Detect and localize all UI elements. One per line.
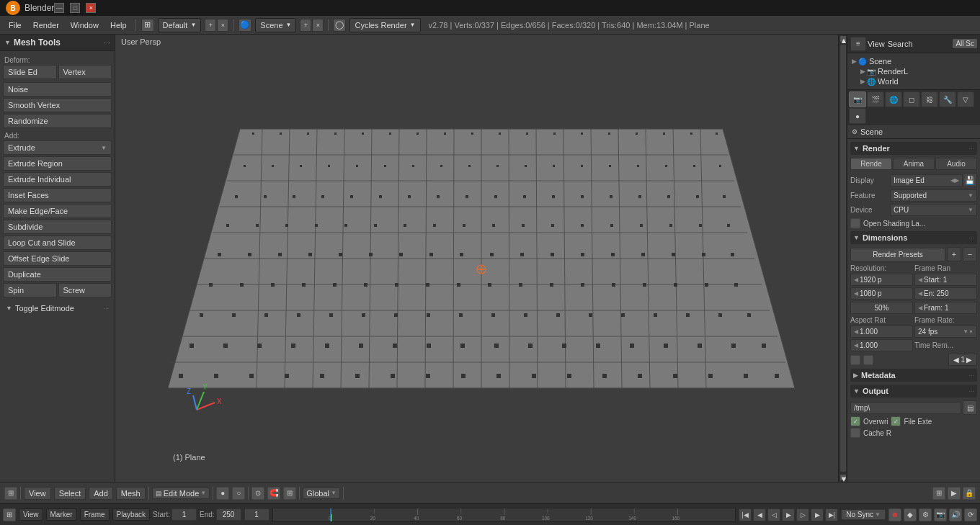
- res-x-cell[interactable]: ◀ 1920 p: [850, 274, 913, 286]
- tl-sync-btn[interactable]: ⟳: [964, 508, 977, 521]
- output-path-input[interactable]: [850, 402, 961, 414]
- tl-key-btn[interactable]: ◆: [904, 508, 917, 521]
- overwrite-cb[interactable]: ✓: [850, 416, 860, 426]
- tl-frame-btn[interactable]: Frame: [80, 508, 110, 521]
- cb2[interactable]: [863, 355, 873, 365]
- noise-btn[interactable]: Noise: [3, 82, 112, 97]
- panel-options[interactable]: ···: [104, 38, 110, 47]
- slide-edge-btn[interactable]: Slide Ed: [3, 65, 57, 79]
- presets-remove-btn[interactable]: −: [963, 247, 977, 261]
- aspect-x-cell[interactable]: ◀ 1.000: [850, 326, 913, 338]
- mode-dropdown[interactable]: ▤ Edit Mode ▼: [152, 488, 210, 499]
- make-edge-face-btn[interactable]: Make Edge/Face: [3, 204, 112, 218]
- workspace-add[interactable]: +: [205, 19, 216, 32]
- tl-spk-btn[interactable]: 🔊: [949, 508, 962, 521]
- scene-lock-icon[interactable]: 🔒: [963, 487, 976, 500]
- display-value[interactable]: Image Ed ◀▶: [890, 174, 963, 187]
- timeline-header-icon[interactable]: ⊞: [3, 508, 16, 521]
- tl-settings-btn[interactable]: ⚙: [919, 508, 932, 521]
- tl-view-btn[interactable]: View: [19, 508, 43, 521]
- loop-cut-btn[interactable]: Loop Cut and Slide: [3, 235, 112, 250]
- renderer-icon[interactable]: ◯: [333, 19, 346, 32]
- record-btn[interactable]: ⏺: [888, 508, 901, 521]
- presets-add-btn[interactable]: +: [947, 247, 961, 261]
- prop-tab-constraints[interactable]: ⛓: [921, 91, 938, 107]
- shading-wireframe-icon[interactable]: ○: [232, 487, 245, 500]
- output-path-btn[interactable]: ▤: [963, 400, 977, 415]
- panel-collapse-arrow[interactable]: ▼: [4, 39, 11, 46]
- offset-edge-btn[interactable]: Offset Edge Slide: [3, 251, 112, 266]
- open-shading-checkbox[interactable]: [850, 218, 860, 228]
- menu-window[interactable]: Window: [65, 19, 104, 31]
- workspace-dropdown[interactable]: Default ▼: [158, 18, 202, 32]
- spin-btn[interactable]: Spin: [3, 283, 57, 297]
- proportional-edit-icon[interactable]: ⊙: [251, 487, 264, 500]
- play-btn[interactable]: ▶: [782, 508, 795, 521]
- viewport[interactable]: User Persp ▲ ▼: [115, 35, 847, 482]
- next-keyframe-btn[interactable]: ▷: [796, 508, 809, 521]
- output-section-header[interactable]: ▼ Output ···: [850, 385, 977, 398]
- jump-start-btn[interactable]: |◀: [739, 508, 752, 521]
- no-sync-dropdown[interactable]: No Sync ▼: [841, 509, 886, 520]
- tl-cam-btn[interactable]: 📷: [934, 508, 947, 521]
- outliner-world[interactable]: ▶ 🌐 World: [850, 76, 977, 86]
- scene-dropdown[interactable]: Scene ▼: [255, 18, 296, 32]
- workspace-remove[interactable]: ×: [217, 19, 228, 32]
- rp-view-icon[interactable]: ≡: [850, 37, 866, 51]
- render-tab-audio[interactable]: Audio: [935, 158, 977, 170]
- aspect-y-cell[interactable]: ◀ 1.000: [850, 339, 913, 351]
- inset-faces-btn[interactable]: Inset Faces: [3, 188, 112, 202]
- dimensions-section-header[interactable]: ▼ Dimensions ···: [850, 231, 977, 244]
- maximize-btn[interactable]: □: [70, 3, 80, 13]
- cb1[interactable]: [850, 355, 860, 365]
- vertex-btn[interactable]: Vertex: [58, 65, 112, 79]
- res-y-cell[interactable]: ◀ 1080 p: [850, 287, 913, 300]
- randomize-btn[interactable]: Randomize: [3, 114, 112, 128]
- menu-render[interactable]: Render: [27, 19, 65, 31]
- cache-cb[interactable]: [850, 428, 860, 438]
- workspace-icon[interactable]: ⊞: [141, 19, 154, 32]
- end-cell[interactable]: ◀ En: 250: [914, 287, 977, 300]
- percent-cell[interactable]: 50%: [850, 302, 913, 314]
- render-icon[interactable]: ▶: [948, 487, 961, 500]
- tl-playback-btn[interactable]: Playback: [112, 508, 151, 521]
- duplicate-btn[interactable]: Duplicate: [3, 267, 112, 282]
- subdivide-btn[interactable]: Subdivide: [3, 220, 112, 234]
- timeline-ruler[interactable]: 0 20 40 60 80 100 120 140 160: [272, 508, 736, 522]
- add-btn[interactable]: Add: [89, 487, 113, 500]
- close-btn[interactable]: ×: [86, 3, 96, 13]
- render-tab-render[interactable]: Rende: [850, 158, 892, 170]
- tl-current-frame-input[interactable]: [244, 508, 270, 521]
- snap-icon[interactable]: 🧲: [267, 487, 280, 500]
- global-dropdown[interactable]: Global ▼: [303, 488, 340, 499]
- start-cell[interactable]: ◀ Start: 1: [914, 274, 977, 286]
- frame-rate-cell[interactable]: 24 fps ▼: [914, 326, 977, 338]
- prop-tab-render[interactable]: 📷: [849, 91, 866, 107]
- prev-frame-btn[interactable]: ◀: [753, 508, 766, 521]
- jump-end-btn[interactable]: ▶|: [825, 508, 838, 521]
- scene-remove[interactable]: ×: [312, 19, 324, 32]
- outliner-renderlayer[interactable]: ▶ 📷 RenderL: [850, 66, 977, 76]
- shading-solid-icon[interactable]: ●: [216, 487, 229, 500]
- select-btn[interactable]: Select: [54, 487, 86, 500]
- extrude-individual-btn[interactable]: Extrude Individual: [3, 172, 112, 187]
- renderer-dropdown[interactable]: Cycles Render ▼: [349, 18, 420, 32]
- scene-add[interactable]: +: [300, 19, 311, 32]
- next-frame-btn[interactable]: ▶: [811, 508, 824, 521]
- render-tab-anim[interactable]: Anima: [893, 158, 935, 170]
- layer-icon[interactable]: ⊞: [932, 487, 945, 500]
- render-presets-btn[interactable]: Render Presets: [850, 248, 945, 261]
- feature-value[interactable]: Supported ▼: [890, 189, 977, 202]
- menu-help[interactable]: Help: [104, 19, 133, 31]
- display-save-btn[interactable]: 💾: [963, 173, 977, 187]
- mesh-btn[interactable]: Mesh: [116, 487, 146, 500]
- tl-start-input[interactable]: [172, 508, 197, 521]
- mirror-icon[interactable]: ⊞: [283, 487, 296, 500]
- tl-end-input[interactable]: [216, 508, 241, 521]
- scene-icon[interactable]: 🔵: [239, 19, 251, 32]
- extrude-region-btn[interactable]: Extrude Region: [3, 156, 112, 171]
- view-btn[interactable]: View: [24, 487, 51, 500]
- minimize-btn[interactable]: —: [54, 3, 64, 13]
- prop-tab-modifiers[interactable]: 🔧: [939, 91, 956, 107]
- frame-cell[interactable]: ◀ Fram: 1: [914, 302, 977, 314]
